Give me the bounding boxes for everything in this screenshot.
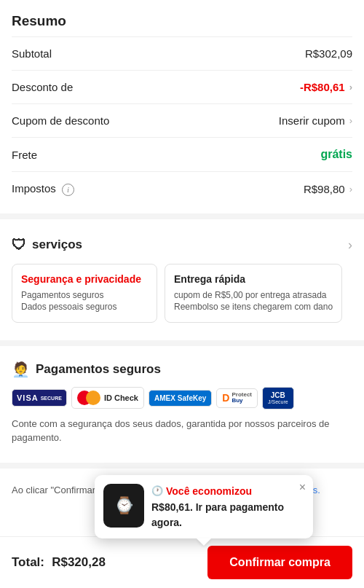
confirm-button[interactable]: Confirmar compra <box>207 546 352 579</box>
popup-savings-label: Você economizou <box>166 484 252 498</box>
taxes-value: R$98,80 › <box>304 183 352 195</box>
popup-close-button[interactable]: × <box>299 481 306 494</box>
service-card-security-title: Segurança e privacidade <box>21 273 148 285</box>
visa-badge: VISA SECURE <box>12 389 67 407</box>
mastercard-icon <box>77 391 100 405</box>
safekey-label: SafeKey <box>178 394 206 402</box>
popup-watch-image: ⌚ <box>103 484 144 528</box>
protect-buy-text: Buy <box>232 398 252 404</box>
savings-popup: ⌚ 🕐 Você economizou R$80,61. Ir para pag… <box>95 475 313 538</box>
discover-badge: D Protect Buy <box>216 388 258 409</box>
jcb-badge: JCB J/Secure <box>262 387 294 409</box>
total-label: Total: <box>12 555 44 569</box>
popup-text-content: 🕐 Você economizou R$80,61. Ir para pagam… <box>151 484 304 530</box>
services-cards: Segurança e privacidade Pagamentos segur… <box>0 264 364 334</box>
footer: Total: R$320,28 Confirmar compra <box>0 536 364 588</box>
service-card-delivery: Entrega rápida cupom de R$5,00 por entre… <box>165 264 342 324</box>
popup-savings-body[interactable]: R$80,61. Ir para pagamento agora. <box>151 500 304 530</box>
discount-label: Desconto de <box>12 81 73 93</box>
service-card-delivery-desc2: Reembolso se itens chegarem com dano <box>174 301 333 313</box>
footer-total: Total: R$320,28 <box>12 555 106 570</box>
taxes-label: Impostos i <box>12 182 74 196</box>
coupon-action[interactable]: Inserir cupom › <box>279 114 352 127</box>
service-card-delivery-desc1: cupom de R$5,00 por entrega atrasada <box>174 289 333 302</box>
total-value: R$320,28 <box>52 555 106 569</box>
discover-icon: D <box>222 392 229 404</box>
payments-section: 🧑‍💼 Pagamentos seguros VISA SECURE ID Ch… <box>0 353 364 455</box>
services-header[interactable]: 🛡 serviços › <box>0 227 364 264</box>
amex-safekey-badge: AMEX SafeKey <box>149 390 212 407</box>
subtotal-label: Subtotal <box>12 47 52 60</box>
service-card-security: Segurança e privacidade Pagamentos segur… <box>12 264 157 324</box>
discount-chevron: › <box>349 82 352 93</box>
shield-icon: 🛡 <box>12 237 26 254</box>
person-shield-icon: 🧑‍💼 <box>12 361 30 378</box>
service-card-security-desc2: Dados pessoais seguros <box>21 301 148 313</box>
coupon-chevron: › <box>349 115 352 126</box>
shipping-label: Frete <box>12 149 37 161</box>
services-title: serviços <box>32 238 82 252</box>
payments-title: 🧑‍💼 Pagamentos seguros <box>12 361 352 378</box>
payments-description: Conte com a segurança dos seus dados, ga… <box>12 417 352 445</box>
mastercard-idcheck-badge: ID Check <box>71 387 144 409</box>
thick-divider-2 <box>0 340 364 346</box>
payments-icons: VISA SECURE ID Check AMEX SafeKey D Prot… <box>12 387 352 409</box>
thick-divider-3 <box>0 463 364 469</box>
taxes-chevron: › <box>349 184 352 195</box>
coupon-label: Cupom de desconto <box>12 114 109 127</box>
subtotal-value: R$302,09 <box>305 47 352 60</box>
discount-row[interactable]: Desconto de -R$80,61 › <box>0 71 364 103</box>
visa-secure-label: SECURE <box>41 396 62 401</box>
popup-savings-header: 🕐 Você economizou <box>151 484 304 498</box>
subtotal-row: Subtotal R$302,09 <box>0 37 364 70</box>
popup-clock-icon: 🕐 <box>151 485 163 498</box>
taxes-row[interactable]: Impostos i R$98,80 › <box>0 172 364 206</box>
shipping-row: Frete grátis <box>0 138 364 171</box>
services-chevron[interactable]: › <box>348 238 352 253</box>
service-card-delivery-title: Entrega rápida <box>174 273 333 285</box>
services-title-group: 🛡 serviços <box>12 237 82 254</box>
section-title: Resumo <box>0 0 364 36</box>
popup-amount: R$80,61. <box>151 501 193 513</box>
coupon-row[interactable]: Cupom de desconto Inserir cupom › <box>0 104 364 137</box>
taxes-info-icon[interactable]: i <box>62 184 74 196</box>
discount-value: -R$80,61 › <box>300 81 352 93</box>
service-card-security-desc1: Pagamentos seguros <box>21 289 148 302</box>
thick-divider-1 <box>0 213 364 219</box>
shipping-value: grátis <box>320 148 352 161</box>
id-check-label: ID Check <box>104 393 138 402</box>
